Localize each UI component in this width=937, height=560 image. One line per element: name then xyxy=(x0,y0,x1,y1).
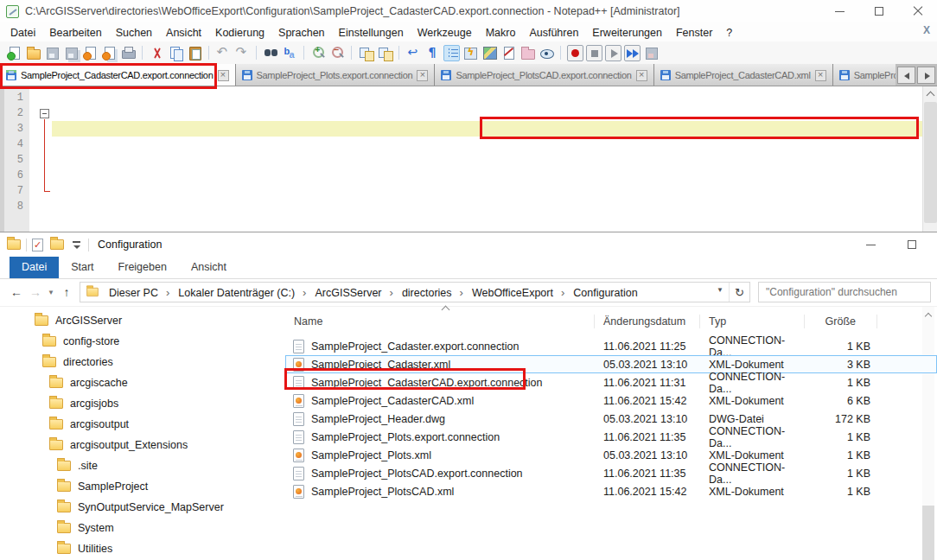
close-document-icon[interactable]: X xyxy=(923,24,930,36)
menu-item[interactable]: Werkzeuge xyxy=(411,25,479,41)
run-macro-multiple-times-icon[interactable] xyxy=(624,45,641,61)
stop-recording-icon[interactable] xyxy=(586,45,602,61)
tree-item[interactable]: arcgiscache xyxy=(0,372,275,393)
sync-horizontal-scrolling-icon[interactable] xyxy=(377,45,393,61)
close-tab-icon[interactable] xyxy=(815,70,826,81)
menu-item[interactable]: Suchen xyxy=(109,25,159,41)
tree-item[interactable]: .site xyxy=(0,455,275,476)
code-editor[interactable]: 1 <?xml version="1.0" encoding="UTF-8"?>… xyxy=(0,86,937,232)
menu-item[interactable]: Makro xyxy=(479,25,523,41)
scroll-tabs-right-icon[interactable] xyxy=(917,67,935,84)
function-list-icon[interactable] xyxy=(462,45,479,61)
minimize-button[interactable] xyxy=(820,2,859,21)
record-macro-icon[interactable] xyxy=(567,45,583,61)
tree-item[interactable]: ArcGISServer xyxy=(0,310,275,331)
close-tab-icon[interactable] xyxy=(636,70,647,81)
menu-item[interactable]: Erweiterungen xyxy=(585,25,669,41)
zoom-out-icon[interactable] xyxy=(329,45,346,61)
indent-guide-icon[interactable] xyxy=(443,45,460,61)
close-file-icon[interactable] xyxy=(82,45,99,61)
breadcrumb-item[interactable]: ArcGISServer xyxy=(310,286,397,299)
folder-as-workspace-icon[interactable] xyxy=(519,45,536,61)
file-row[interactable]: SampleProject_Cadaster.export.connection… xyxy=(285,337,937,355)
editor-scrollbar-thumb[interactable] xyxy=(924,102,937,223)
close-all-icon[interactable] xyxy=(101,45,118,61)
customize-quick-access-icon[interactable] xyxy=(71,239,83,250)
tree-item[interactable]: arcgisoutput xyxy=(0,414,275,435)
menu-item[interactable]: Bearbeiten xyxy=(42,25,108,41)
refresh-icon[interactable]: ↻ xyxy=(729,283,749,302)
tree-item[interactable]: config-store xyxy=(0,331,275,352)
file-row[interactable]: SampleProject_Cadaster.xml 05.03.2021 13… xyxy=(285,355,937,373)
replace-icon[interactable] xyxy=(282,45,298,61)
menu-item[interactable]: Kodierung xyxy=(208,25,271,41)
column-header-name[interactable]: Name xyxy=(285,315,595,328)
quick-access-new-folder-icon[interactable] xyxy=(50,239,64,250)
menu-item[interactable]: Sprachen xyxy=(271,25,332,41)
file-row[interactable]: SampleProject_PlotsCAD.export.connection… xyxy=(285,464,937,482)
ribbon-tab[interactable]: Start xyxy=(59,257,105,278)
tree-item[interactable]: directories xyxy=(0,352,275,372)
file-row[interactable]: SampleProject_Plots.export.connection 11… xyxy=(285,428,937,446)
tree-item[interactable]: arcgisjobs xyxy=(0,393,275,414)
menu-item[interactable]: Ansicht xyxy=(159,25,208,41)
file-monitoring-icon[interactable] xyxy=(539,45,555,61)
breadcrumb-item[interactable]: WebOfficeExport xyxy=(468,286,569,299)
column-header-type[interactable]: Typ xyxy=(700,315,805,328)
maximize-button[interactable] xyxy=(859,2,898,21)
file-row[interactable]: SampleProject_Header.dwg 05.03.2021 13:1… xyxy=(285,410,937,428)
document-map-icon[interactable] xyxy=(481,45,498,61)
column-header-date[interactable]: Änderungsdatum xyxy=(595,315,700,328)
menu-item[interactable]: Einstellungen xyxy=(332,25,411,41)
quick-access-properties-icon[interactable] xyxy=(32,239,43,251)
open-file-icon[interactable] xyxy=(25,45,41,61)
address-dropdown-icon[interactable]: ▼ xyxy=(717,286,723,294)
menu-item[interactable]: Fenster xyxy=(669,25,719,41)
word-wrap-icon[interactable] xyxy=(405,45,422,61)
menu-item[interactable]: ? xyxy=(719,25,739,41)
forward-icon[interactable]: → xyxy=(26,282,45,302)
document-tab[interactable]: SampleProject_CadasterCAD.xml xyxy=(654,64,833,86)
menu-item[interactable]: Ausführen xyxy=(522,25,585,41)
document-tab[interactable]: SampleProject_Plots xyxy=(833,64,896,86)
file-row[interactable]: SampleProject_CadasterCAD.xml 11.06.2021… xyxy=(285,391,937,410)
fold-collapse-icon[interactable] xyxy=(40,109,49,118)
file-row[interactable]: SampleProject_Plots.xml 05.03.2021 13:10… xyxy=(285,446,937,464)
scroll-up-icon[interactable] xyxy=(923,86,937,101)
sync-vertical-scrolling-icon[interactable] xyxy=(358,45,374,61)
tree-item[interactable]: System xyxy=(0,518,275,538)
playback-macro-icon[interactable] xyxy=(605,45,621,61)
search-input[interactable] xyxy=(759,283,930,302)
print-icon[interactable] xyxy=(120,45,137,61)
find-icon[interactable] xyxy=(263,45,279,61)
document-list-icon[interactable] xyxy=(500,45,517,61)
zoom-in-icon[interactable] xyxy=(310,45,327,61)
show-all-characters-icon[interactable] xyxy=(424,45,441,61)
save-icon[interactable] xyxy=(44,45,61,61)
breadcrumb-item[interactable]: Lokaler Datenträger (C:) xyxy=(174,286,310,299)
save-all-icon[interactable] xyxy=(63,45,80,61)
paste-icon[interactable] xyxy=(187,45,203,61)
tree-item[interactable]: arcgisoutput_Extensions xyxy=(0,435,275,455)
close-tab-icon[interactable] xyxy=(218,70,229,81)
scroll-tabs-left-icon[interactable] xyxy=(897,67,915,84)
tree-item[interactable]: SynOutputService_MapServer xyxy=(0,497,275,518)
file-row[interactable]: SampleProject_CadasterCAD.export.connect… xyxy=(285,373,937,391)
column-header-size[interactable]: Größe xyxy=(805,315,877,328)
up-icon[interactable]: ↑ xyxy=(57,282,76,302)
document-tab[interactable]: SampleProject_Plots.export.connection xyxy=(236,64,436,86)
tree-item[interactable]: Utilities xyxy=(0,538,275,559)
recent-locations-icon[interactable]: ▼ xyxy=(45,282,57,302)
new-file-icon[interactable] xyxy=(6,45,22,61)
save-recorded-macro-icon[interactable] xyxy=(643,45,660,61)
explorer-maximize-button[interactable] xyxy=(899,236,925,253)
editor-scrollbar[interactable] xyxy=(922,86,937,232)
breadcrumb-item[interactable]: Dieser PC xyxy=(105,286,174,299)
document-tab[interactable]: SampleProject_CadasterCAD.export.connect… xyxy=(0,64,236,86)
breadcrumb-item[interactable]: Configuration xyxy=(569,286,649,299)
back-icon[interactable]: ← xyxy=(7,282,26,302)
copy-icon[interactable] xyxy=(168,45,184,61)
ribbon-tab[interactable]: Ansicht xyxy=(179,257,239,278)
document-tab[interactable]: SampleProject_PlotsCAD.export.connection xyxy=(435,64,653,86)
undo-icon[interactable] xyxy=(215,45,232,61)
